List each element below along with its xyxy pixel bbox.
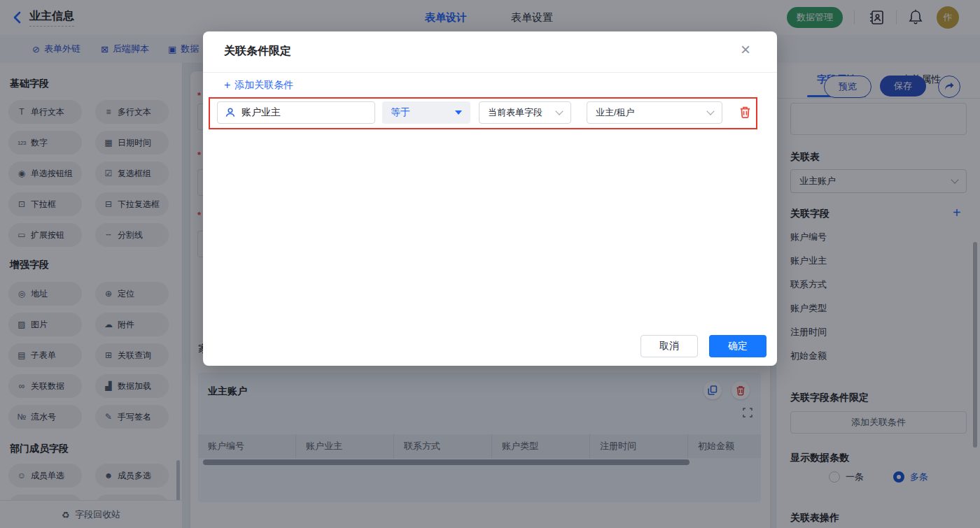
target-select[interactable]: 业主/租户: [587, 101, 722, 124]
condition-field-input[interactable]: 账户业主: [217, 101, 375, 124]
ok-button[interactable]: 确定: [709, 335, 766, 357]
delete-condition-icon[interactable]: [739, 106, 751, 122]
condition-modal: 关联条件限定 × + 添加关联条件 账户业主 等于 当前表单字段 业主/租户: [203, 31, 777, 366]
condition-field-value: 账户业主: [241, 106, 281, 119]
close-icon[interactable]: ×: [741, 41, 750, 58]
modal-header-divider: [203, 72, 777, 73]
source-select[interactable]: 当前表单字段: [479, 101, 571, 124]
modal-title: 关联条件限定: [224, 44, 291, 59]
plus-icon: +: [224, 80, 230, 91]
target-value: 业主/租户: [596, 106, 635, 119]
chevron-down-icon: [706, 107, 714, 115]
add-condition-link[interactable]: + 添加关联条件: [224, 79, 293, 92]
caret-down-icon: [455, 110, 462, 115]
add-condition-link-label: 添加关联条件: [234, 79, 293, 92]
person-icon: [225, 107, 236, 118]
operator-value: 等于: [391, 106, 410, 119]
source-value: 当前表单字段: [488, 106, 542, 119]
operator-select[interactable]: 等于: [382, 101, 470, 124]
app-root: 业主信息 表单设计 表单设置 数据管理 作 ⊘ 表单外链 ⊠ 后端脚本 ▣ 数据…: [0, 0, 980, 528]
chevron-down-icon: [555, 107, 563, 115]
cancel-button[interactable]: 取消: [640, 335, 698, 357]
